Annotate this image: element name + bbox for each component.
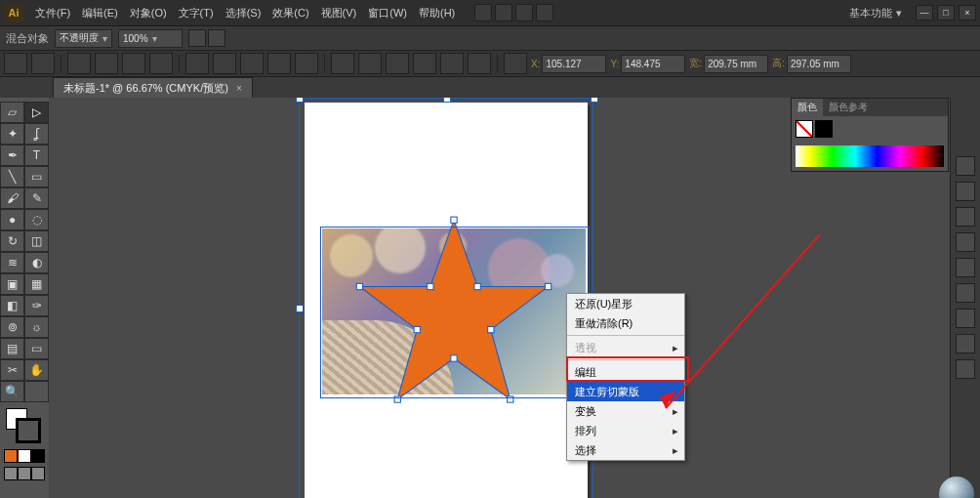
menu-type[interactable]: 文字(T) <box>173 6 220 21</box>
color-tab[interactable]: 颜色 <box>792 99 823 116</box>
screen-mode-icon[interactable] <box>4 467 18 480</box>
direct-select-tool[interactable]: ▷ <box>24 102 49 123</box>
fill-proxy[interactable] <box>4 53 27 74</box>
ctx-group[interactable]: 编组 <box>567 362 684 382</box>
h-input[interactable]: 297.05 mm <box>787 55 851 73</box>
ctx-undo[interactable]: 还原(U)星形 <box>567 294 684 313</box>
panel-icon[interactable] <box>956 334 975 353</box>
swatch-orange[interactable] <box>4 449 18 463</box>
toolbar-btn[interactable] <box>213 53 236 74</box>
color-spectrum[interactable] <box>796 145 944 167</box>
toolbar-btn[interactable] <box>122 53 145 74</box>
minimize-button[interactable]: — <box>916 5 933 21</box>
panel-icon[interactable] <box>956 182 975 201</box>
panel-icon[interactable] <box>956 283 975 303</box>
ctx-arrange[interactable]: 排列 <box>567 421 684 440</box>
line-tool[interactable]: ╲ <box>0 166 24 187</box>
close-button[interactable]: × <box>959 5 976 21</box>
panel-icon[interactable] <box>956 232 975 252</box>
toolbar-icon[interactable] <box>495 4 512 21</box>
style-icon[interactable] <box>208 29 225 47</box>
warp-tool[interactable]: ◐ <box>24 252 49 273</box>
toolbar-btn[interactable] <box>240 53 264 74</box>
screen-mode-icon[interactable] <box>18 467 31 480</box>
y-input[interactable]: 148.475 <box>621 55 685 73</box>
menu-file[interactable]: 文件(F) <box>29 6 76 21</box>
pencil-tool[interactable]: ✎ <box>24 187 49 209</box>
swatch-black[interactable] <box>31 449 45 463</box>
eyedropper-tool[interactable]: ✑ <box>24 295 49 316</box>
gradient-tool[interactable]: ◧ <box>0 295 24 316</box>
color-guide-tab[interactable]: 颜色参考 <box>823 99 874 116</box>
menu-window[interactable]: 窗口(W) <box>362 6 413 21</box>
toolbar-btn[interactable] <box>295 53 318 74</box>
fill-stroke-proxy[interactable] <box>4 408 45 441</box>
align-btn[interactable] <box>440 53 464 74</box>
blend-tool[interactable]: ⊚ <box>0 316 24 338</box>
menu-select[interactable]: 选择(S) <box>220 6 267 21</box>
toolbar-btn[interactable] <box>149 53 173 74</box>
align-btn[interactable] <box>331 53 354 74</box>
panel-icon[interactable] <box>956 207 975 227</box>
artboard-tool[interactable]: ▭ <box>24 338 49 359</box>
document-tab[interactable]: 未标题-1* @ 66.67% (CMYK/预览) × <box>53 77 253 99</box>
toolbar-btn[interactable] <box>267 53 291 74</box>
selection-tool[interactable]: ▱ <box>0 102 24 123</box>
rotate-tool[interactable]: ↻ <box>0 230 24 252</box>
panel-icon[interactable] <box>956 359 975 379</box>
color-panel[interactable]: 颜色 颜色参考 <box>791 98 949 172</box>
align-btn[interactable] <box>413 53 436 74</box>
blob-brush-tool[interactable]: ● <box>0 209 24 230</box>
rectangle-tool[interactable]: ▭ <box>24 166 49 187</box>
close-tab-icon[interactable]: × <box>236 83 242 94</box>
toolbar-icon[interactable] <box>474 4 492 21</box>
opacity-dropdown[interactable]: 不透明度 <box>55 29 112 48</box>
stroke-swatch[interactable] <box>16 418 41 443</box>
ctx-make-clipping-mask[interactable]: 建立剪切蒙版 <box>567 382 684 401</box>
ref-point-grid[interactable] <box>504 53 527 74</box>
stroke-proxy[interactable] <box>31 53 55 74</box>
slice-tool[interactable]: ✂ <box>0 359 24 381</box>
maximize-button[interactable]: □ <box>937 5 955 21</box>
menu-help[interactable]: 帮助(H) <box>413 6 461 21</box>
style-icon[interactable] <box>188 29 206 47</box>
menu-view[interactable]: 视图(V) <box>315 6 363 21</box>
menu-object[interactable]: 对象(O) <box>124 6 173 21</box>
hand-tool[interactable]: ✋ <box>24 359 49 381</box>
graph-tool[interactable]: ▤ <box>0 338 24 359</box>
toolbar-btn[interactable] <box>95 53 118 74</box>
width-tool[interactable]: ≋ <box>0 252 24 273</box>
screen-mode-icon[interactable] <box>31 467 45 480</box>
brush-tool[interactable]: 🖌 <box>0 187 24 209</box>
eraser-tool[interactable]: ◌ <box>24 209 49 230</box>
menu-effect[interactable]: 效果(C) <box>266 6 314 21</box>
align-btn[interactable] <box>468 53 491 74</box>
pen-tool[interactable]: ✒ <box>0 145 24 166</box>
align-btn[interactable] <box>386 53 409 74</box>
x-input[interactable]: 105.127 <box>542 55 606 73</box>
type-tool[interactable]: T <box>24 145 49 166</box>
symbol-spray-tool[interactable]: ☼ <box>24 316 49 338</box>
workspace-switcher[interactable]: 基本功能 ▾ <box>843 6 908 21</box>
zoom-tool[interactable]: 🔍 <box>0 381 24 402</box>
panel-icon[interactable] <box>956 156 975 176</box>
black-swatch[interactable] <box>815 120 833 138</box>
scale-tool[interactable]: ◫ <box>24 230 49 252</box>
panel-icon[interactable] <box>956 258 975 277</box>
w-input[interactable]: 209.75 mm <box>704 55 768 73</box>
none-swatch[interactable] <box>796 120 813 138</box>
ctx-select[interactable]: 选择 <box>567 440 684 460</box>
toolbar-icon[interactable] <box>515 4 533 21</box>
lasso-tool[interactable]: ʆ <box>24 123 49 145</box>
mesh-tool[interactable]: ▦ <box>24 273 49 295</box>
toolbar-btn[interactable] <box>185 53 209 74</box>
toolbar-btn[interactable] <box>67 53 91 74</box>
align-btn[interactable] <box>358 53 382 74</box>
panel-icon[interactable] <box>956 309 975 328</box>
magic-wand-tool[interactable]: ✦ <box>0 123 24 145</box>
toolbar-icon[interactable] <box>536 4 553 21</box>
ctx-transform[interactable]: 变换 <box>567 401 684 421</box>
zoom-dropdown[interactable]: 100% <box>118 29 183 48</box>
ctx-redo[interactable]: 重做清除(R) <box>567 313 684 333</box>
swatch-white[interactable] <box>18 449 31 463</box>
